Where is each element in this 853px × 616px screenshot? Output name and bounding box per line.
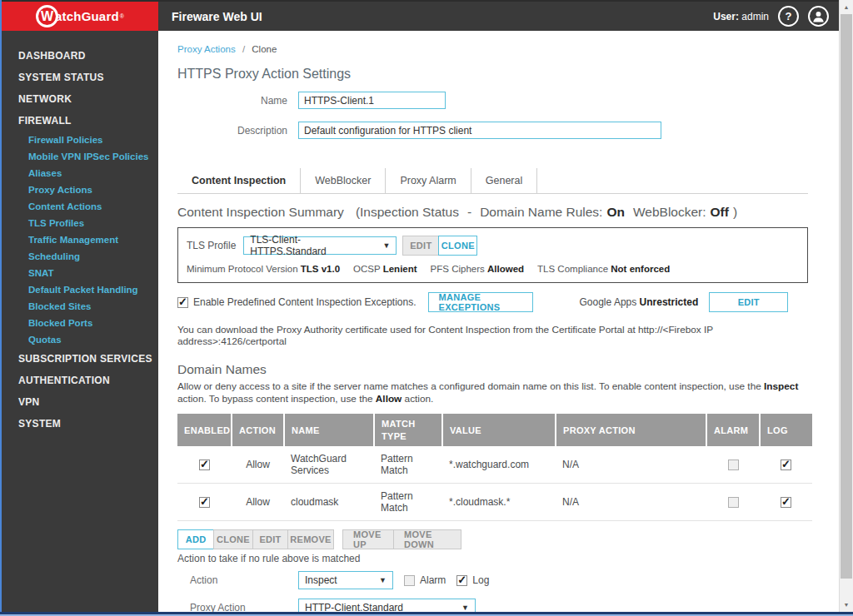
scrollbar-up-icon[interactable]: ▲ (840, 0, 853, 14)
row1-name: WatchGuard Services (284, 446, 374, 484)
sidebar-item-traffic-management[interactable]: Traffic Management (2, 231, 158, 248)
user-indicator: User: admin (713, 11, 769, 22)
row2-alarm-checkbox[interactable] (728, 497, 739, 508)
row1-log-checkbox[interactable] (781, 460, 791, 470)
move-down-button[interactable]: MOVE DOWN (393, 529, 461, 549)
sidebar-item-scheduling[interactable]: Scheduling (2, 248, 158, 265)
row2-enabled-checkbox[interactable] (199, 497, 210, 508)
sidebar-item-quotas[interactable]: Quotas (2, 331, 158, 348)
row1-proxy-action: N/A (556, 446, 706, 484)
sidebar-item-blocked-sites[interactable]: Blocked Sites (2, 298, 158, 315)
proxy-action-select[interactable]: HTTP-Client.Standard ▼ (298, 599, 476, 612)
predefined-exceptions-checkbox[interactable] (177, 297, 188, 308)
sidebar-item-tls-profiles[interactable]: TLS Profiles (2, 215, 158, 231)
row2-log-checkbox[interactable] (781, 497, 791, 508)
tls-profile-selected-value: TLS-Client-HTTPS.Standard (250, 234, 374, 257)
action-label: Action (177, 574, 286, 586)
top-bar: WatchGuard® Fireware Web UI User: admin … (2, 2, 839, 31)
window-frame-bottom (0, 612, 853, 616)
domain-rules-table: ENABLED ACTION NAME MATCH TYPE VALUE PRO… (177, 414, 812, 521)
sidebar-item-authentication[interactable]: AUTHENTICATION (2, 370, 158, 391)
app-title: Fireware Web UI (172, 10, 262, 23)
row1-alarm-checkbox[interactable] (728, 460, 739, 470)
tab-general[interactable]: General (471, 168, 537, 193)
predefined-exceptions-label: Enable Predefined Content Inspection Exc… (193, 296, 417, 308)
description-label: Description (177, 125, 287, 137)
sidebar-item-vpn[interactable]: VPN (2, 391, 158, 413)
sidebar-item-system[interactable]: SYSTEM (2, 413, 158, 435)
sidebar-item-snat[interactable]: SNAT (2, 265, 158, 281)
tab-webblocker[interactable]: WebBlocker (301, 168, 386, 193)
table-row-watchguard-services[interactable]: Allow WatchGuard Services Pattern Match … (177, 446, 812, 484)
tls-profile-panel: TLS Profile TLS-Client-HTTPS.Standard ▼ … (177, 227, 808, 283)
user-label: User: (713, 11, 739, 22)
tls-clone-button[interactable]: CLONE (438, 236, 477, 256)
sidebar-item-subscription-services[interactable]: SUBSCRIPTION SERVICES (2, 348, 158, 370)
account-icon[interactable] (808, 6, 829, 27)
sidebar-item-firewall-policies[interactable]: Firewall Policies (2, 132, 158, 148)
registered-mark: ® (120, 13, 124, 19)
sidebar-nav: DASHBOARD SYSTEM STATUS NETWORK FIREWALL… (2, 31, 158, 612)
breadcrumb-proxy-actions-link[interactable]: Proxy Actions (177, 44, 236, 54)
row2-name: cloudmask (284, 484, 374, 521)
sidebar-item-aliases[interactable]: Aliases (2, 165, 158, 181)
manage-exceptions-button[interactable]: MANAGE EXCEPTIONS (428, 292, 533, 312)
col-match-type: MATCH TYPE (374, 414, 442, 446)
alarm-checkbox[interactable] (404, 575, 415, 586)
window-frame-top (0, 0, 853, 2)
scrollbar-down-icon[interactable]: ▼ (840, 598, 853, 612)
table-header-row: ENABLED ACTION NAME MATCH TYPE VALUE PRO… (177, 414, 812, 446)
tls-profile-select[interactable]: TLS-Client-HTTPS.Standard ▼ (243, 236, 397, 255)
sidebar-item-system-status[interactable]: SYSTEM STATUS (2, 67, 158, 88)
inspection-status-close: ) (733, 205, 737, 220)
sidebar-item-firewall[interactable]: FIREWALL (2, 110, 158, 132)
row1-enabled-checkbox[interactable] (199, 460, 210, 470)
inspection-status-open: (Inspection Status (356, 205, 459, 220)
vertical-scrollbar[interactable]: ▲ ▼ (839, 0, 853, 612)
name-input[interactable]: HTTPS-Client.1 (298, 92, 446, 109)
proxy-action-label: Proxy Action (177, 602, 286, 612)
inspection-status-dash: - (467, 205, 471, 220)
tls-edit-button[interactable]: EDIT (402, 236, 439, 256)
sidebar-item-default-packet-handling[interactable]: Default Packet Handling (2, 281, 158, 298)
sidebar-item-blocked-ports[interactable]: Blocked Ports (2, 315, 158, 331)
breadcrumb-current: Clone (252, 44, 277, 54)
log-checkbox-label: Log (472, 574, 489, 586)
edit-button[interactable]: EDIT (252, 529, 288, 549)
google-apps-label: Google Apps (580, 296, 637, 308)
log-checkbox[interactable] (456, 575, 467, 586)
google-apps-value: Unrestricted (640, 296, 699, 308)
certificate-portal-note: You can download the Proxy Authority cer… (177, 324, 794, 347)
col-value: VALUE (442, 414, 556, 446)
sidebar-item-dashboard[interactable]: DASHBOARD (2, 45, 158, 67)
min-protocol-label: Minimum Protocol Version (187, 264, 298, 274)
dropdown-caret-icon: ▼ (382, 241, 390, 250)
clone-button[interactable]: CLONE (213, 529, 253, 549)
domain-names-heading: Domain Names (177, 362, 822, 377)
move-up-button[interactable]: MOVE UP (342, 529, 394, 549)
breadcrumb-separator: / (242, 44, 245, 54)
table-row-cloudmask[interactable]: Allow cloudmask Pattern Match *.cloudmas… (177, 484, 812, 521)
sidebar-item-network[interactable]: NETWORK (2, 88, 158, 110)
tab-content-inspection[interactable]: Content Inspection (177, 168, 301, 193)
description-input[interactable]: Default configuration for HTTPS client (298, 122, 661, 139)
tab-proxy-alarm[interactable]: Proxy Alarm (386, 168, 471, 193)
watchguard-logo: WatchGuard® (2, 2, 158, 31)
col-enabled: ENABLED (177, 414, 232, 446)
scrollbar-thumb[interactable] (841, 14, 852, 579)
action-select[interactable]: Inspect ▼ (298, 571, 393, 589)
tab-bar: Content Inspection WebBlocker Proxy Alar… (177, 168, 808, 194)
google-apps-edit-button[interactable]: EDIT (709, 292, 788, 312)
user-name: admin (741, 11, 769, 22)
help-icon[interactable]: ? (778, 6, 799, 27)
remove-button[interactable]: REMOVE (287, 529, 334, 549)
domain-name-rules-label: Domain Name Rules: (480, 205, 602, 220)
sidebar-item-content-actions[interactable]: Content Actions (2, 198, 158, 215)
dropdown-caret-icon: ▼ (461, 604, 469, 612)
sidebar-item-proxy-actions[interactable]: Proxy Actions (2, 181, 158, 198)
sidebar-item-mobile-vpn-ipsec-policies[interactable]: Mobile VPN IPSec Policies (2, 148, 158, 165)
name-label: Name (177, 95, 287, 107)
watchguard-logo-text: atchGuard (55, 9, 119, 23)
summary-heading-text: Content Inspection Summary (177, 205, 344, 220)
add-button[interactable]: ADD (177, 529, 214, 549)
